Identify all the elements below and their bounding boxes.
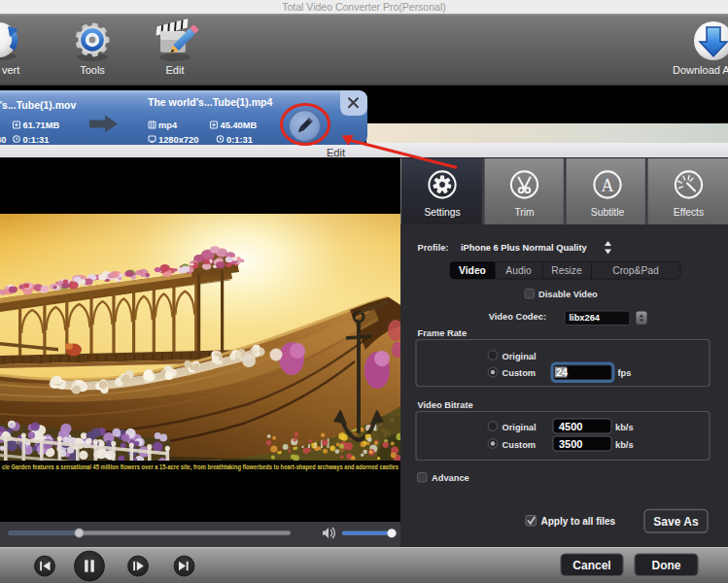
svg-text:Video Bitrate: Video Bitrate: [418, 400, 473, 410]
svg-text:Edit: Edit: [166, 64, 185, 76]
svg-text:Audio: Audio: [505, 265, 532, 276]
svg-text:Original: Original: [503, 423, 537, 432]
svg-text:0:1:31: 0:1:31: [23, 134, 50, 144]
svg-text:Tools: Tools: [80, 64, 105, 76]
svg-text:Custom: Custom: [503, 440, 537, 450]
svg-text:61.71MB: 61.71MB: [23, 120, 60, 130]
svg-text:Original: Original: [503, 352, 537, 361]
svg-text:cle Garden features a sensatio: cle Garden features a sensational 45 mil…: [2, 463, 399, 471]
svg-text:libx264: libx264: [570, 313, 601, 323]
svg-text:Video Codec:: Video Codec:: [489, 312, 546, 322]
svg-text:Resize: Resize: [551, 265, 582, 276]
svg-text:kb/s: kb/s: [615, 423, 634, 432]
svg-text:Video: Video: [459, 265, 486, 276]
svg-text:Save As: Save As: [653, 515, 699, 529]
svg-text:30: 30: [0, 134, 6, 144]
svg-text:A: A: [602, 176, 614, 195]
svg-text:mp4: mp4: [158, 120, 178, 130]
svg-text:Subtitle: Subtitle: [591, 207, 625, 218]
svg-text:vert: vert: [2, 64, 19, 76]
svg-text:kb/s: kb/s: [615, 440, 634, 450]
svg-text:Disable Video: Disable Video: [538, 290, 598, 299]
svg-text:Advance: Advance: [432, 473, 469, 483]
svg-text:Effects: Effects: [674, 207, 704, 218]
svg-text:The world’s...Tube(1).mov: The world’s...Tube(1).mov: [0, 98, 77, 110]
svg-text:1280x720: 1280x720: [158, 134, 198, 144]
svg-text:24: 24: [556, 366, 569, 378]
svg-text:Settings: Settings: [424, 207, 460, 218]
svg-text:3500: 3500: [559, 438, 582, 450]
svg-text:45.40MB: 45.40MB: [221, 120, 258, 130]
svg-text:Frame Rate: Frame Rate: [418, 328, 468, 338]
svg-text:Crop&Pad: Crop&Pad: [612, 265, 659, 276]
svg-text:Done: Done: [652, 559, 681, 572]
svg-text:iPhone 6 Plus Normal Quality: iPhone 6 Plus Normal Quality: [461, 243, 588, 253]
svg-text:Profile:: Profile:: [418, 243, 449, 253]
svg-text:Download Ama: Download Ama: [673, 64, 728, 76]
svg-text:Custom: Custom: [503, 368, 537, 378]
svg-text:4500: 4500: [559, 421, 582, 432]
svg-text:Cancel: Cancel: [572, 559, 610, 572]
svg-text:fps: fps: [618, 368, 632, 378]
svg-text:Apply to all files: Apply to all files: [541, 516, 616, 527]
svg-text:0:1:31: 0:1:31: [226, 134, 253, 144]
svg-text:Trim: Trim: [514, 207, 534, 218]
svg-text:The world’s...Tube(1).mp4: The world’s...Tube(1).mp4: [148, 95, 273, 107]
